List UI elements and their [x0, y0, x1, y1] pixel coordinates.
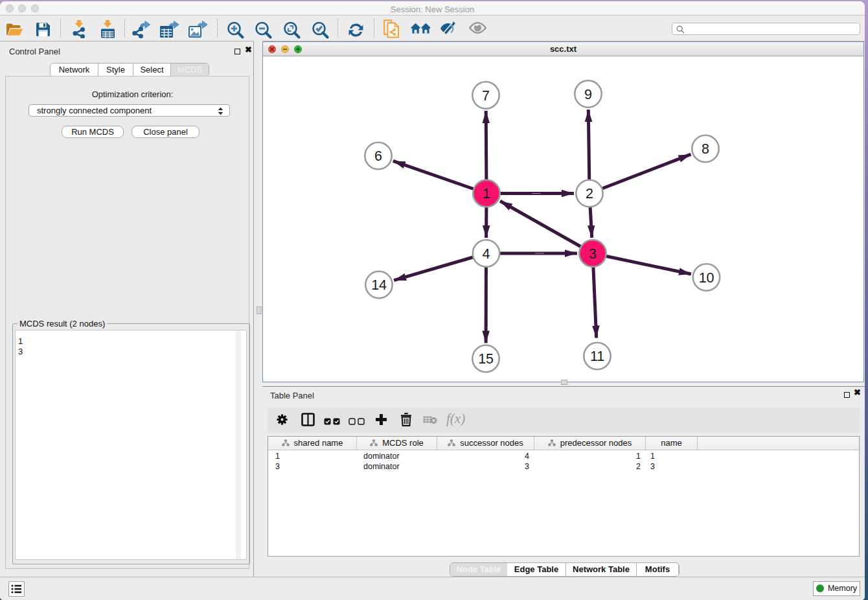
svg-text:11: 11	[590, 349, 604, 364]
svg-text:9: 9	[584, 87, 592, 102]
svg-text:2: 2	[586, 186, 593, 202]
svg-text:10: 10	[699, 270, 714, 286]
svg-text:15: 15	[478, 351, 494, 367]
svg-text:8: 8	[702, 141, 709, 157]
svg-text:7: 7	[482, 88, 490, 104]
svg-text:3: 3	[589, 246, 597, 262]
svg-text:6: 6	[374, 148, 382, 164]
svg-text:1: 1	[483, 186, 490, 202]
svg-text:4: 4	[483, 246, 490, 262]
svg-text:14: 14	[371, 277, 387, 293]
